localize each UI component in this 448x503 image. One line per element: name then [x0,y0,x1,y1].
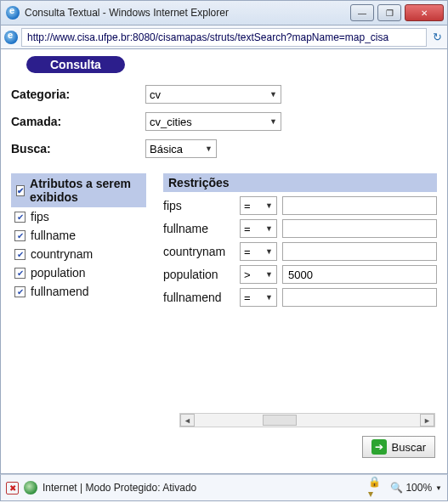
page-content: Consulta Categoria: cv ▼ Camada: cv_citi… [0,49,448,474]
chevron-down-icon: ▼ [265,201,273,210]
attr-item[interactable]: ✔ countrynam [11,245,146,263]
scroll-thumb[interactable] [263,415,297,426]
window-titlebar: Consulta Textual - Windows Internet Expl… [0,0,448,25]
restriction-op-select[interactable]: = ▼ [240,242,277,261]
chk-all-icon[interactable]: ✔ [16,185,25,196]
select-busca[interactable]: Básica ▼ [145,139,217,158]
ie-icon [6,6,20,20]
page-icon [4,31,18,44]
status-text: Internet | Modo Protegido: Ativado [43,482,196,494]
attr-label: countrynam [31,247,93,261]
restriction-name: fips [163,199,235,212]
blocked-icon[interactable]: ✖ [6,482,19,495]
panel-title: Consulta [26,56,125,73]
restriction-name: fullname [163,222,235,235]
attr-label: fullname [31,229,76,242]
restriction-op-select[interactable]: = ▼ [240,288,277,307]
close-button[interactable]: ✕ [405,4,444,21]
restriction-op-select[interactable]: = ▼ [240,196,277,215]
chevron-down-icon: ▼ [265,270,273,279]
lower-panels: ✔ Atributos a serem exibidos ✔ fips ✔ fu… [11,173,437,307]
restriction-op-value: = [244,223,251,235]
restriction-value-input[interactable] [282,242,437,261]
attributes-header: ✔ Atributos a serem exibidos [11,173,146,207]
chevron-down-icon: ▼ [205,144,213,153]
label-busca: Busca: [11,142,145,155]
checkbox-icon[interactable]: ✔ [14,230,26,241]
refresh-icon[interactable]: ↻ [430,31,444,44]
row-busca: Busca: Básica ▼ [11,139,437,158]
zoom-icon: 🔍 [390,482,402,494]
window-title: Consulta Textual - Windows Internet Expl… [25,7,229,19]
zoom-control[interactable]: 🔍 100% ▼ [390,482,442,494]
label-categoria: Categoria: [11,88,145,101]
restriction-op-select[interactable]: = ▼ [240,219,277,238]
scroll-track[interactable] [195,415,420,426]
attr-label: population [31,266,86,280]
select-categoria[interactable]: cv ▼ [145,85,281,104]
checkbox-icon[interactable]: ✔ [14,249,26,260]
restrictions-panel: Restrições fips = ▼ fullname = ▼ country… [163,173,437,307]
arrow-right-icon: ➔ [371,439,387,455]
label-camada: Camada: [11,115,145,128]
scroll-right-button[interactable]: ► [420,414,434,427]
scroll-left-button[interactable]: ◄ [180,414,195,427]
attr-label: fips [31,210,49,223]
checkbox-icon[interactable]: ✔ [14,268,26,279]
restriction-row: population > ▼ [163,265,437,284]
restriction-row: fullname = ▼ [163,219,437,238]
select-busca-value: Básica [150,143,183,155]
attr-item[interactable]: ✔ fullname [11,226,146,245]
window-controls: — ❐ ✕ [350,4,444,21]
buscar-button[interactable]: ➔ Buscar [362,436,435,458]
select-camada[interactable]: cv_cities ▼ [145,112,281,131]
lock-icon[interactable]: 🔒▾ [368,481,382,495]
address-bar: ↻ [0,25,448,49]
chevron-down-icon: ▼ [265,247,273,256]
select-categoria-value: cv [150,88,161,101]
row-categoria: Categoria: cv ▼ [11,85,437,104]
restriction-op-value: = [244,291,251,304]
query-form: Categoria: cv ▼ Camada: cv_cities ▼ Busc… [11,85,437,158]
status-bar: ✖ Internet | Modo Protegido: Ativado 🔒▾ … [0,474,448,501]
attr-item[interactable]: ✔ population [11,263,146,282]
chevron-down-icon: ▼ [265,224,273,233]
restriction-value-input[interactable] [282,219,437,238]
maximize-button[interactable]: ❐ [377,4,401,21]
restriction-op-value: = [244,246,251,258]
buscar-label: Buscar [392,441,426,454]
attributes-title: Atributos a serem exibidos [30,177,141,204]
restriction-op-select[interactable]: > ▼ [240,265,277,284]
attr-item[interactable]: ✔ fullnamend [11,282,146,301]
titlebar-left: Consulta Textual - Windows Internet Expl… [6,6,229,20]
restriction-value-input[interactable] [282,265,437,284]
chevron-down-icon: ▼ [269,117,277,126]
restriction-name: countrynam [163,245,235,258]
row-camada: Camada: cv_cities ▼ [11,112,437,131]
restriction-row: fullnamend = ▼ [163,288,437,307]
restriction-value-input[interactable] [282,196,437,215]
checkbox-icon[interactable]: ✔ [14,286,26,297]
chevron-down-icon: ▼ [435,484,442,492]
restriction-value-input[interactable] [282,288,437,307]
minimize-button[interactable]: — [350,4,374,21]
status-right: 🔒▾ 🔍 100% ▼ [368,481,442,495]
attr-label: fullnamend [31,285,89,298]
restriction-row: fips = ▼ [163,196,437,215]
restriction-op-value: > [244,268,251,281]
url-input[interactable] [21,28,427,47]
restriction-name: population [163,268,235,281]
globe-icon [24,481,37,495]
attr-item[interactable]: ✔ fips [11,207,146,226]
select-camada-value: cv_cities [150,116,192,128]
zoom-value: 100% [405,482,432,494]
horizontal-scrollbar[interactable]: ◄ ► [179,413,435,427]
attributes-panel: ✔ Atributos a serem exibidos ✔ fips ✔ fu… [11,173,146,307]
chevron-down-icon: ▼ [265,293,273,302]
checkbox-icon[interactable]: ✔ [14,212,26,223]
restriction-name: fullnamend [163,291,235,304]
restriction-row: countrynam = ▼ [163,242,437,261]
status-left: ✖ Internet | Modo Protegido: Ativado [6,481,196,495]
restriction-op-value: = [244,200,251,212]
chevron-down-icon: ▼ [269,90,277,99]
